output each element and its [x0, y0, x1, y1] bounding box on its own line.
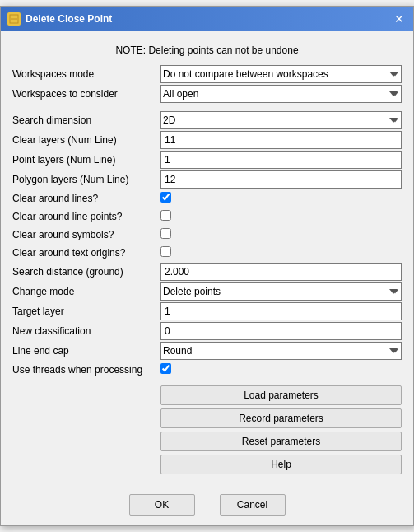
change-mode-select[interactable]: Delete pointsMove pointsMark points	[160, 282, 402, 301]
search-distance-control	[160, 263, 402, 281]
use-threads-row: Use threads when processing	[12, 361, 402, 379]
reset-parameters-button[interactable]: Reset parameters	[160, 432, 402, 451]
workspaces-consider-control: All openSelected	[160, 85, 402, 103]
clear-layers-input[interactable]	[160, 131, 402, 149]
line-end-cap-control: RoundSquareFlat	[160, 342, 402, 360]
target-layer-input[interactable]	[160, 302, 402, 320]
point-layers-input[interactable]	[160, 151, 402, 169]
dialog-title: Delete Close Point	[26, 13, 112, 25]
dialog-window: Delete Close Point ✕ NOTE: Deleting poin…	[0, 6, 414, 526]
workspaces-consider-label: Workspaces to consider	[12, 88, 160, 100]
clear-around-symbols-checkbox[interactable]	[160, 228, 171, 239]
clear-around-symbols-label: Clear around symbols?	[12, 229, 160, 240]
new-classification-row: New classification	[12, 321, 402, 341]
clear-around-line-points-checkbox[interactable]	[160, 210, 171, 221]
clear-around-lines-row: Clear around lines?	[12, 189, 402, 208]
record-parameters-button[interactable]: Record parameters	[160, 408, 402, 428]
workspaces-mode-label: Workspaces mode	[12, 68, 160, 80]
clear-around-line-points-label: Clear around line points?	[12, 211, 160, 222]
title-bar: Delete Close Point ✕	[1, 7, 413, 31]
workspaces-consider-wrapper: All openSelected	[160, 85, 402, 103]
search-dimension-select[interactable]: 2D3D	[160, 111, 402, 129]
point-layers-row: Point layers (Num Line)	[12, 150, 402, 170]
ok-button[interactable]: OK	[129, 494, 195, 516]
change-mode-control: Delete pointsMove pointsMark points	[160, 282, 402, 301]
note-text: NOTE: Deleting points can not be undone	[12, 40, 402, 64]
help-button[interactable]: Help	[160, 455, 402, 474]
close-button[interactable]: ✕	[392, 12, 407, 26]
target-layer-label: Target layer	[12, 306, 160, 317]
dialog-icon	[7, 12, 21, 26]
polygon-layers-row: Polygon layers (Num Line)	[12, 170, 402, 189]
target-layer-control	[160, 302, 402, 320]
use-threads-control	[160, 363, 402, 376]
search-dimension-row: Search dimension 2D3D	[12, 110, 402, 130]
change-mode-wrapper: Delete pointsMove pointsMark points	[160, 282, 402, 301]
clear-around-symbols-control	[160, 228, 402, 241]
search-dimension-label: Search dimension	[12, 114, 160, 126]
line-end-cap-row: Line end cap RoundSquareFlat	[12, 341, 402, 361]
load-parameters-button[interactable]: Load parameters	[160, 385, 402, 405]
workspaces-mode-row: Workspaces mode Do not compare between w…	[12, 64, 402, 84]
polygon-layers-control	[160, 170, 402, 189]
clear-layers-label: Clear layers (Num Line)	[12, 134, 160, 146]
cancel-button[interactable]: Cancel	[220, 494, 286, 516]
clear-around-line-points-row: Clear around line points?	[12, 208, 402, 226]
dialog-body: NOTE: Deleting points can not be undone …	[1, 31, 413, 488]
clear-layers-row: Clear layers (Num Line)	[12, 130, 402, 150]
clear-around-lines-label: Clear around lines?	[12, 193, 160, 204]
workspaces-consider-row: Workspaces to consider All openSelected	[12, 84, 402, 104]
point-layers-control	[160, 151, 402, 169]
title-bar-left: Delete Close Point	[7, 12, 112, 26]
change-mode-label: Change mode	[12, 286, 160, 297]
clear-around-symbols-row: Clear around symbols?	[12, 226, 402, 244]
clear-around-lines-control	[160, 192, 402, 205]
clear-layers-control	[160, 131, 402, 149]
clear-around-text-checkbox[interactable]	[160, 246, 171, 257]
workspaces-mode-control: Do not compare between workspacesCompare…	[160, 65, 402, 83]
point-layers-label: Point layers (Num Line)	[12, 154, 160, 166]
polygon-layers-input[interactable]	[160, 170, 402, 189]
use-threads-label: Use threads when processing	[12, 364, 160, 376]
workspaces-mode-select[interactable]: Do not compare between workspacesCompare…	[160, 65, 402, 83]
line-end-cap-wrapper: RoundSquareFlat	[160, 342, 402, 360]
new-classification-input[interactable]	[160, 322, 402, 340]
clear-around-text-control	[160, 246, 402, 259]
workspaces-consider-select[interactable]: All openSelected	[160, 85, 402, 103]
clear-around-text-label: Clear around text origins?	[12, 247, 160, 259]
action-buttons: Load parameters Record parameters Reset …	[160, 385, 402, 474]
line-end-cap-label: Line end cap	[12, 345, 160, 357]
new-classification-label: New classification	[12, 325, 160, 337]
search-dimension-wrapper: 2D3D	[160, 111, 402, 129]
new-classification-control	[160, 322, 402, 340]
search-distance-row: Search distance (ground)	[12, 262, 402, 282]
workspaces-mode-wrapper: Do not compare between workspacesCompare…	[160, 65, 402, 83]
search-distance-input[interactable]	[160, 263, 402, 281]
clear-around-text-row: Clear around text origins?	[12, 244, 402, 262]
change-mode-row: Change mode Delete pointsMove pointsMark…	[12, 282, 402, 301]
clear-around-line-points-control	[160, 210, 402, 223]
clear-around-lines-checkbox[interactable]	[160, 192, 171, 203]
use-threads-checkbox[interactable]	[160, 363, 171, 374]
line-end-cap-select[interactable]: RoundSquareFlat	[160, 342, 402, 360]
search-dimension-control: 2D3D	[160, 111, 402, 129]
search-distance-label: Search distance (ground)	[12, 266, 160, 278]
bottom-bar: OK Cancel	[1, 488, 413, 525]
target-layer-row: Target layer	[12, 301, 402, 321]
polygon-layers-label: Polygon layers (Num Line)	[12, 174, 160, 185]
